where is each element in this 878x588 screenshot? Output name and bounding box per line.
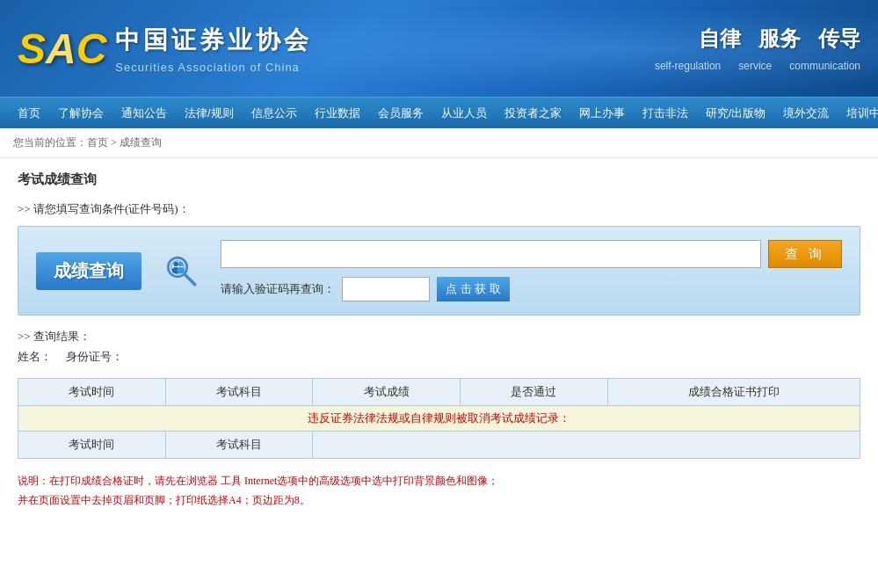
captcha-button[interactable]: 点 击 获 取 — [437, 277, 510, 301]
col2-exam-time: 考试时间 — [18, 432, 166, 459]
col2-empty — [313, 432, 860, 459]
svg-point-6 — [177, 267, 185, 273]
sac-logo-a: A — [46, 25, 76, 72]
col-exam-cert: 成绩合格证书打印 — [607, 379, 860, 406]
nav-online[interactable]: 网上办事 — [570, 98, 634, 129]
nav-bar: 首页 了解协会 通知公告 法律/规则 信息公示 行业数据 会员服务 从业人员 投… — [0, 97, 878, 128]
sac-logo: SAC — [18, 25, 106, 73]
results-header-text: >> 查询结果： — [18, 330, 91, 343]
search-row-captcha: 请输入验证码再查询： 点 击 获 取 — [221, 277, 842, 301]
nav-home[interactable]: 首页 — [9, 98, 49, 129]
results-id-label: 身份证号： — [66, 350, 123, 363]
nav-about[interactable]: 了解协会 — [49, 98, 112, 129]
sac-logo-s: S — [18, 25, 46, 72]
slogan-chuandao: 传导 — [818, 25, 860, 53]
violation-row: 违反证券法律法规或自律规则被取消考试成绩记录： — [18, 406, 860, 432]
header-right: 自律 服务 传导 self-regulation service communi… — [655, 0, 860, 97]
nav-member[interactable]: 会员服务 — [369, 98, 432, 129]
results-table: 考试时间 考试科目 考试成绩 是否通过 成绩合格证书打印 违反证券法律法规或自律… — [18, 378, 860, 459]
results-name-label: 姓名： — [18, 350, 52, 363]
results-header: >> 查询结果： — [18, 329, 860, 345]
breadcrumb-text: 您当前的位置：首页 > 成绩查询 — [13, 136, 162, 149]
search-magnifier-icon — [162, 251, 201, 291]
breadcrumb: 您当前的位置：首页 > 成绩查询 — [0, 128, 878, 158]
nav-industry[interactable]: 行业数据 — [306, 98, 369, 129]
search-button[interactable]: 查 询 — [768, 240, 842, 268]
nav-foreign[interactable]: 境外交流 — [774, 98, 838, 129]
col-exam-score: 考试成绩 — [313, 379, 461, 406]
note-area: 说明：在打印成绩合格证时，请先在浏览器 工具 Internet选项中的高级选项中… — [18, 472, 860, 510]
svg-point-3 — [173, 261, 178, 265]
search-inputs: 查 询 请输入验证码再查询： 点 击 获 取 — [221, 240, 842, 301]
nav-training[interactable]: 培训中心 — [838, 98, 878, 129]
nav-info[interactable]: 信息公示 — [243, 98, 306, 129]
search-label: 成绩查询 — [36, 252, 141, 290]
org-name-en: Securities Association of China — [115, 61, 312, 74]
header: SAC 中国证券业协会 Securities Association of Ch… — [0, 0, 878, 97]
nav-research[interactable]: 研究/出版物 — [697, 98, 775, 129]
org-name-cn: 中国证券业协会 — [115, 24, 312, 57]
note-line1: 说明：在打印成绩合格证时，请先在浏览器 工具 Internet选项中的高级选项中… — [18, 472, 860, 491]
table2-header-row: 考试时间 考试科目 — [18, 432, 860, 459]
search-area: 成绩查询 查 询 请输入验证码再查询： — [18, 226, 860, 316]
nav-personnel[interactable]: 从业人员 — [432, 98, 496, 129]
col-exam-subject: 考试科目 — [165, 379, 313, 406]
nav-anti[interactable]: 打击非法 — [634, 98, 697, 129]
results-info: 姓名： 身份证号： — [18, 349, 860, 365]
captcha-input[interactable] — [342, 277, 430, 301]
results-id-value — [127, 350, 135, 363]
captcha-label: 请输入验证码再查询： — [221, 281, 335, 297]
org-name: 中国证券业协会 Securities Association of China — [115, 24, 312, 74]
logo-area: SAC 中国证券业协会 Securities Association of Ch… — [0, 24, 312, 74]
sac-logo-c: C — [76, 25, 107, 72]
header-slogans-cn: 自律 服务 传导 — [699, 25, 860, 53]
page-title: 考试成绩查询 — [18, 171, 860, 188]
header-slogans-en: self-regulation service communication — [655, 60, 860, 72]
note-line2: 并在页面设置中去掉页眉和页脚；打印纸选择A4；页边距为8。 — [18, 491, 860, 511]
certificate-input[interactable] — [221, 240, 761, 268]
svg-point-5 — [178, 261, 182, 265]
nav-investor[interactable]: 投资者之家 — [496, 98, 570, 129]
col-exam-pass: 是否通过 — [461, 379, 608, 406]
slogan-en-self-regulation: self-regulation — [655, 60, 721, 72]
slogan-en-service: service — [738, 60, 772, 72]
results-name-value — [54, 350, 63, 363]
col-exam-time: 考试时间 — [18, 379, 166, 406]
col2-exam-subject: 考试科目 — [165, 432, 313, 459]
search-instruction: >> 请您填写查询条件(证件号码)： — [18, 201, 860, 217]
svg-line-2 — [185, 274, 195, 285]
violation-text: 违反证券法律法规或自律规则被取消考试成绩记录： — [18, 406, 860, 432]
search-icon-area — [159, 249, 203, 293]
nav-law[interactable]: 法律/规则 — [176, 98, 243, 129]
slogan-zilu: 自律 — [699, 25, 741, 53]
nav-notice[interactable]: 通知公告 — [112, 98, 176, 129]
results-area: >> 查询结果： 姓名： 身份证号： — [18, 329, 860, 365]
main-content: 考试成绩查询 >> 请您填写查询条件(证件号码)： 成绩查询 查 — [0, 158, 878, 523]
slogan-fuwu: 服务 — [758, 25, 801, 53]
slogan-en-communication: communication — [789, 60, 860, 72]
search-row-main: 查 询 — [221, 240, 842, 268]
